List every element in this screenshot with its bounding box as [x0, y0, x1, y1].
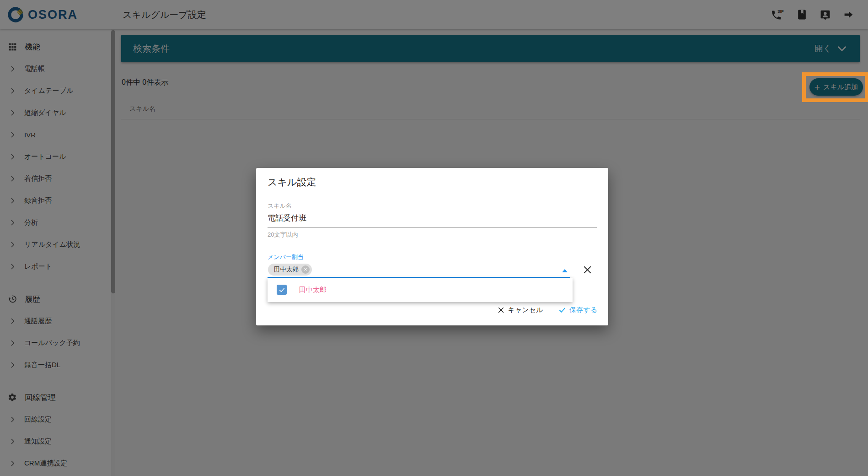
dialog-actions: キャンセル 保存する [497, 306, 597, 314]
save-button[interactable]: 保存する [558, 306, 597, 314]
member-chip-label: 田中太郎 [274, 265, 299, 274]
member-assign-label: メンバー割当 [268, 253, 304, 261]
close-icon [497, 306, 505, 314]
skill-name-label: スキル名 [268, 202, 292, 210]
close-icon [303, 267, 308, 272]
skill-name-input[interactable]: 電話受付班 [268, 213, 306, 223]
member-chip: 田中太郎 [268, 264, 312, 276]
member-option-row[interactable]: 田中太郎 [268, 278, 573, 302]
cancel-button[interactable]: キャンセル [497, 306, 543, 314]
highlight-annotation-box [802, 72, 868, 102]
option-checkbox-checked[interactable] [277, 285, 287, 295]
chip-remove-icon[interactable] [301, 265, 310, 274]
member-option-label: 田中太郎 [299, 286, 327, 294]
member-assign-select[interactable]: 田中太郎 [268, 263, 570, 278]
check-icon [279, 287, 285, 293]
skill-name-underline [268, 227, 597, 228]
skill-name-helper: 20文字以内 [268, 231, 298, 239]
select-caret-up-icon[interactable] [562, 269, 568, 272]
select-clear-icon[interactable] [582, 265, 593, 275]
check-icon [558, 306, 566, 314]
skill-settings-dialog: スキル設定 スキル名 電話受付班 20文字以内 メンバー割当 田中太郎 田中太郎… [256, 168, 608, 325]
member-options-dropdown: 田中太郎 [268, 278, 573, 302]
dialog-title: スキル設定 [268, 176, 316, 189]
